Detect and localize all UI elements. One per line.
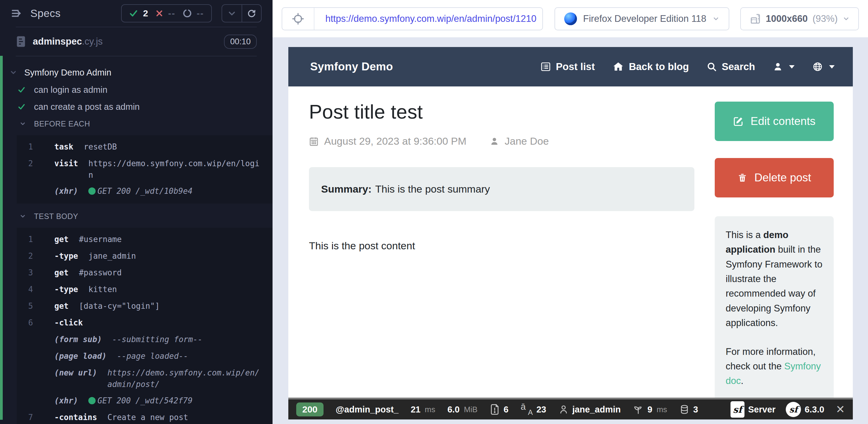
memory-item[interactable]: 6.0MiB	[447, 404, 477, 415]
form-submit-log-row[interactable]: (form sub) --submitting form--	[17, 331, 264, 348]
command-row[interactable]: 2 -type jane_admin	[17, 248, 264, 265]
section-label: BEFORE EACH	[34, 120, 90, 128]
specs-panel: Specs 2 -- --	[0, 0, 273, 424]
command-number: 4	[17, 284, 35, 295]
server-item[interactable]: sf Server	[731, 401, 775, 418]
info-paragraph: For more information, check out the Symf…	[726, 345, 823, 389]
nav-label: Search	[722, 61, 755, 72]
user-menu[interactable]	[773, 62, 795, 72]
nav-item-post-list[interactable]: Post list	[540, 61, 595, 72]
specs-menu-icon[interactable]	[11, 8, 23, 19]
nav-item-search[interactable]: Search	[707, 61, 755, 72]
command-name: (xhr)	[54, 186, 78, 197]
post-content: This is the post content	[309, 240, 694, 252]
command-row[interactable]: 6 -click	[17, 315, 264, 331]
command-args: #username	[79, 234, 264, 246]
edit-contents-button[interactable]: Edit contents	[715, 102, 834, 141]
section-test-body[interactable]: TEST BODY	[0, 208, 273, 225]
command-number: 6	[17, 317, 35, 329]
route-item[interactable]: @admin_post_	[336, 404, 399, 415]
url-text[interactable]: https://demo.symfony.com.wip/en/admin/po…	[314, 13, 536, 24]
symfony-version: 6.3.0	[805, 404, 824, 415]
url-box: https://demo.symfony.com.wip/en/admin/po…	[282, 7, 543, 30]
command-row[interactable]: 4 -type kitten	[17, 282, 264, 298]
chevron-down-icon	[228, 9, 236, 18]
specs-header: Specs 2 -- --	[0, 0, 273, 27]
pending-circle-icon	[183, 9, 192, 18]
command-number: 7	[17, 412, 35, 423]
spec-file-icon	[16, 35, 26, 47]
command-number: 2	[17, 251, 35, 262]
command-name: (form sub)	[54, 334, 102, 346]
new-url-log-row[interactable]: (new url) https://demo.symfony.com.wip/e…	[17, 365, 264, 392]
command-row[interactable]: 5 get [data-cy="login"]	[17, 298, 264, 315]
suite-title: Symfony Demo Admin	[24, 68, 112, 78]
debug-toolbar: 200 @admin_post_ 21ms 6.0MiB 6	[288, 398, 853, 419]
post-show-page: Post title test August 29, 2023 at 9:36:…	[288, 87, 853, 399]
forms-item[interactable]: 6	[490, 404, 508, 415]
viewport-select[interactable]: 1000x660 (93%)	[740, 7, 859, 30]
toolbar-close-button[interactable]: ✕	[836, 403, 845, 416]
collapse-all-button[interactable]	[222, 5, 242, 22]
specs-title: Specs	[30, 7, 61, 20]
edit-icon	[733, 116, 744, 127]
request-time-item[interactable]: 21ms	[411, 404, 435, 415]
test-row[interactable]: can login as admin	[0, 81, 273, 98]
caret-down-icon	[829, 65, 835, 69]
symfony-version-item[interactable]: sf 6.3.0	[786, 402, 824, 417]
http-status-item[interactable]: 200	[296, 402, 323, 416]
command-block-test-body: 1 get #username 2 -type jane_admin 3 get…	[17, 228, 273, 424]
twig-time: 9	[647, 404, 652, 415]
command-row[interactable]: 3 get #password	[17, 265, 264, 282]
test-label: can login as admin	[34, 85, 107, 95]
page-load-log-row[interactable]: (page load) --page loaded--	[17, 348, 264, 365]
browser-select-label: Firefox Developer Edition 118	[583, 13, 706, 24]
rerun-button[interactable]	[242, 5, 261, 22]
section-label: TEST BODY	[34, 212, 78, 221]
command-name: -click	[54, 317, 83, 329]
chevron-down-icon	[20, 121, 26, 127]
browser-chrome-bar: https://demo.symfony.com.wip/en/admin/po…	[273, 0, 868, 37]
section-before-each[interactable]: BEFORE EACH	[0, 115, 273, 132]
aut-region: https://demo.symfony.com.wip/en/admin/po…	[273, 0, 868, 424]
database-item[interactable]: 3	[679, 404, 698, 415]
forms-count: 6	[503, 404, 508, 415]
command-row[interactable]: 2 visit https://demo.symfony.com.wip/en/…	[17, 156, 264, 183]
nav-item-back-to-blog[interactable]: Back to blog	[613, 61, 689, 72]
browser-select[interactable]: Firefox Developer Edition 118	[555, 7, 729, 30]
app-navbar: Symfony Demo Post list	[288, 47, 853, 87]
command-row[interactable]: 1 get #username	[17, 231, 264, 248]
test-row[interactable]: can create a post as admin	[0, 98, 273, 115]
locale-menu[interactable]	[812, 61, 835, 72]
command-args: --page loaded--	[117, 351, 264, 362]
brand-title[interactable]: Symfony Demo	[310, 60, 393, 73]
twig-item[interactable]: 9ms	[633, 404, 667, 415]
xhr-log-row[interactable]: (xhr) GET 200 /_wdt/542f79	[17, 393, 264, 410]
xhr-log-row[interactable]: (xhr) GET 200 /_wdt/10b9e4	[17, 183, 264, 200]
symfony-logo: sf	[786, 402, 801, 417]
command-row[interactable]: 1 task resetDB	[17, 139, 264, 156]
translations-item[interactable]: āA 23	[521, 403, 546, 416]
command-args: GET 200 /_wdt/10b9e4	[88, 186, 264, 197]
command-args: [data-cy="login"]	[79, 300, 264, 312]
chevron-down-icon	[712, 15, 720, 23]
command-number: 3	[17, 267, 35, 279]
suite-row[interactable]: Symfony Demo Admin	[0, 64, 273, 81]
spec-file-row[interactable]: adminspec.cy.js 00:10	[0, 27, 273, 56]
selector-playground-button[interactable]	[282, 8, 314, 30]
post-summary-box: Summary: This is the post summary	[309, 167, 694, 211]
command-args: #password	[79, 267, 264, 279]
status-badge: 200	[296, 402, 323, 416]
summary-text: This is the post summary	[375, 183, 490, 195]
form-icon	[490, 404, 500, 415]
xhr-status-dot	[88, 188, 96, 195]
command-row[interactable]: 7 -contains Create a new post	[17, 410, 264, 424]
command-name: (xhr)	[54, 395, 78, 407]
command-name: (new url)	[54, 367, 97, 379]
delete-post-button[interactable]: Delete post	[715, 158, 834, 197]
cross-icon	[155, 9, 163, 17]
info-box: This is a demo application built in the …	[715, 216, 834, 402]
user-icon	[558, 404, 569, 415]
db-queries-count: 3	[693, 404, 698, 415]
user-item[interactable]: jane_admin	[558, 404, 621, 415]
